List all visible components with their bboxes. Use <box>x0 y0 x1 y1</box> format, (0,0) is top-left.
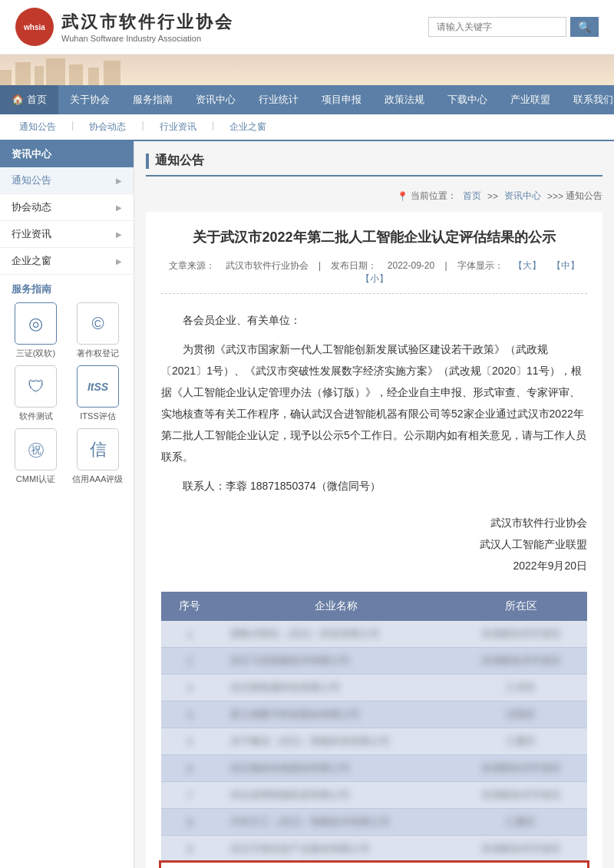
credit-label: 信用AAA评级 <box>72 474 123 485</box>
credit-icon: 信 <box>90 438 107 461</box>
search-area: 🔍 <box>428 17 599 37</box>
org-name-en: Wuhan Software Industry Association <box>61 34 234 43</box>
cell-num: 9 <box>161 836 219 863</box>
meta-source: 武汉市软件行业协会 <box>226 260 309 271</box>
sidebar: 资讯中心 通知公告 ▶ 协会动态 ▶ 行业资讯 ▶ 企业之窗 ▶ 服务指南 ◎ <box>0 141 134 868</box>
sanzhen-label: 三证(双软) <box>16 348 55 359</box>
nav-news[interactable]: 资讯中心 <box>184 85 247 114</box>
nav-about[interactable]: 关于协会 <box>58 85 121 114</box>
skyline-decoration <box>0 54 614 85</box>
cell-district: 东湖新技术开发区 <box>454 621 587 648</box>
shield-icon: 🛡 <box>28 377 45 397</box>
meta-sep1: | <box>319 260 323 271</box>
breadcrumb-current: 通知公告 <box>566 190 602 203</box>
cell-num: 2 <box>161 648 219 675</box>
breadcrumb-news[interactable]: 资讯中心 <box>500 188 545 204</box>
article-meta: 文章来源： 武汉市软件行业协会 | 发布日期： 2022-09-20 | 字体显… <box>161 259 587 294</box>
article-body: 各会员企业、有关单位： 为贯彻《武汉市国家新一代人工智能创新发展试验区建设若干政… <box>161 309 587 497</box>
cell-district: 东湖新技术开发区 <box>454 755 587 782</box>
nav-contact[interactable]: 联系我们 <box>562 85 614 114</box>
col-num: 序号 <box>161 592 219 621</box>
section-heading-text: 通知公告 <box>155 153 204 169</box>
cell-district: 东湖新技术开发区 <box>454 648 587 675</box>
table-row: 3武汉国电通科技有限公司江岸区 <box>161 675 587 701</box>
table-body: 1猎豹夕阳红（武汉）科技有限公司东湖新技术开发区2武汉飞流智能技术有限公司东湖新… <box>161 621 587 868</box>
nav-policy[interactable]: 政策法规 <box>373 85 436 114</box>
sub-nav-industry-news[interactable]: 行业资讯 <box>156 119 200 135</box>
page-header: whsia 武汉市软件行业协会 Wuhan Software Industry … <box>0 0 614 54</box>
search-button[interactable]: 🔍 <box>570 17 599 37</box>
service-itss[interactable]: ItSS ITSS评估 <box>70 365 126 422</box>
cell-company: 武汉凌博智能机器有限公司 <box>219 782 454 809</box>
cell-company: 中科天工（武汉）智能技术有限公司 <box>219 809 454 836</box>
table-row: 10武汉新烽光电股份有限公司东湖新技术开发区 <box>161 863 587 869</box>
service-sanzhen[interactable]: ◎ 三证(双软) <box>8 302 64 359</box>
service-software-test[interactable]: 🛡 软件测试 <box>8 365 64 422</box>
sidebar-item-enterprise[interactable]: 企业之窗 ▶ <box>0 248 134 275</box>
footer-org2: 武汉人工智能产业联盟 <box>161 533 587 555</box>
cell-num: 3 <box>161 675 219 701</box>
service-credit[interactable]: 信 信用AAA评级 <box>70 428 126 485</box>
table-row: 4星云海数字科技股份有限公司汉阳区 <box>161 701 587 728</box>
arrow-icon: ▶ <box>116 203 122 212</box>
copyright-icon: © <box>91 314 104 334</box>
nav-project[interactable]: 项目申报 <box>310 85 373 114</box>
table-row: 6武汉微创光电股份有限公司东湖新技术开发区 <box>161 755 587 782</box>
footer-date: 2022年9月20日 <box>161 555 587 576</box>
sub-nav-enterprise[interactable]: 企业之窗 <box>226 119 270 135</box>
cell-company: 光宁橡业（武汉）智能科技有限公司 <box>219 728 454 755</box>
cell-company: 武汉天智信息产业股份有限公司 <box>219 836 454 863</box>
cell-num: 6 <box>161 755 219 782</box>
table-row: 8中科天工（武汉）智能技术有限公司江夏区 <box>161 809 587 836</box>
article-title: 关于武汉市2022年第二批人工智能企业认定评估结果的公示 <box>161 227 587 248</box>
cmmi-icon: ㊗ <box>28 438 45 461</box>
main-layout: 资讯中心 通知公告 ▶ 协会动态 ▶ 行业资讯 ▶ 企业之窗 ▶ 服务指南 ◎ <box>0 141 614 868</box>
nav-stats[interactable]: 行业统计 <box>247 85 310 114</box>
breadcrumb-location-icon: 📍 <box>397 191 408 202</box>
itss-label: ITSS评估 <box>80 411 115 422</box>
service-icons-grid: ◎ 三证(双软) © 著作权登记 🛡 软件测试 <box>8 302 126 485</box>
nav-service[interactable]: 服务指南 <box>121 85 184 114</box>
font-large-btn[interactable]: 【大】 <box>513 260 541 271</box>
cell-num: 8 <box>161 809 219 836</box>
section-heading: 通知公告 <box>146 153 602 177</box>
font-small-btn[interactable]: 【小】 <box>361 273 388 284</box>
arrow-icon: ▶ <box>116 177 122 185</box>
search-input[interactable] <box>428 17 566 37</box>
cmmi-label: CMMI认证 <box>16 474 55 485</box>
table-row: 9武汉天智信息产业股份有限公司东湖新技术开发区 <box>161 836 587 863</box>
breadcrumb-home[interactable]: 首页 <box>459 188 485 204</box>
cell-num: 5 <box>161 728 219 755</box>
service-copyright[interactable]: © 著作权登记 <box>70 302 126 359</box>
breadcrumb: 📍 当前位置： 首页 >> 资讯中心 >>> 通知公告 <box>146 188 602 204</box>
sub-nav-association[interactable]: 协会动态 <box>85 119 130 135</box>
article-footer: 武汉市软件行业协会 武汉人工智能产业联盟 2022年9月20日 <box>161 512 587 576</box>
logo-area: whsia 武汉市软件行业协会 Wuhan Software Industry … <box>15 8 234 46</box>
article-container: 关于武汉市2022年第二批人工智能企业认定评估结果的公示 文章来源： 武汉市软件… <box>146 212 602 868</box>
font-medium-btn[interactable]: 【中】 <box>552 260 579 271</box>
sanzhen-icon: ◎ <box>28 314 43 334</box>
cell-company: 武汉国电通科技有限公司 <box>219 675 454 701</box>
cell-company: 星云海数字科技股份有限公司 <box>219 701 454 728</box>
sidebar-item-notice[interactable]: 通知公告 ▶ <box>0 167 134 194</box>
cell-num: 4 <box>161 701 219 728</box>
nav-download[interactable]: 下载中心 <box>436 85 499 114</box>
service-cmmi[interactable]: ㊗ CMMI认证 <box>8 428 64 485</box>
sidebar-item-assoc[interactable]: 协会动态 ▶ <box>0 194 134 221</box>
footer-org1: 武汉市软件行业协会 <box>161 512 587 533</box>
software-test-label: 软件测试 <box>19 411 53 422</box>
meta-fontsize-label: 字体显示： <box>457 260 503 271</box>
main-content: 通知公告 📍 当前位置： 首页 >> 资讯中心 >>> 通知公告 关于武汉市20… <box>134 141 614 868</box>
cell-district: 江岸区 <box>454 675 587 701</box>
heading-bar <box>146 153 149 169</box>
cell-company: 武汉飞流智能技术有限公司 <box>219 648 454 675</box>
logo-text: 武汉市软件行业协会 Wuhan Software Industry Associ… <box>61 11 234 43</box>
nav-home[interactable]: 🏠 首页 <box>0 85 58 114</box>
meta-date: 2022-09-20 <box>388 260 434 271</box>
nav-industry[interactable]: 产业联盟 <box>499 85 562 114</box>
sub-nav-notice[interactable]: 通知公告 <box>15 119 60 135</box>
sidebar-item-industry[interactable]: 行业资讯 ▶ <box>0 221 134 248</box>
table-row: 1猎豹夕阳红（武汉）科技有限公司东湖新技术开发区 <box>161 621 587 648</box>
itss-icon: ItSS <box>87 381 108 393</box>
arrow-icon: ▶ <box>116 230 122 239</box>
